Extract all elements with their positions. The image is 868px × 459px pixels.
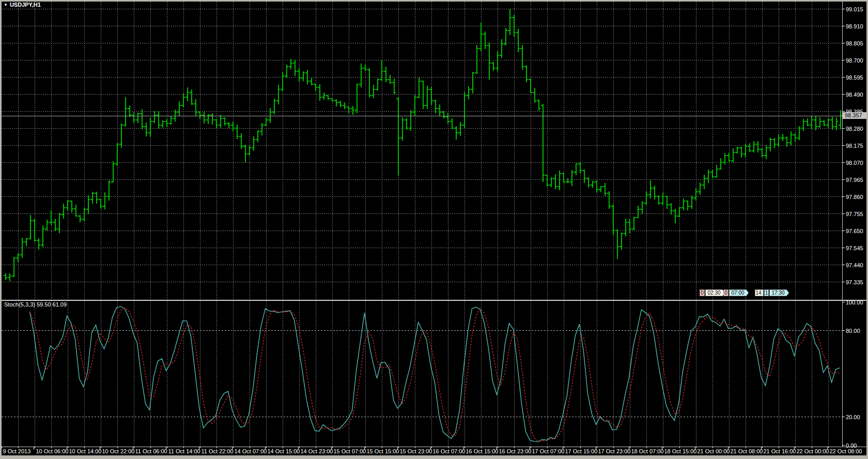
time-axis-label: 15 Oct 15:00	[367, 448, 399, 454]
indicator-value-label: Stoch(5,3,3) 59.50 61.09	[4, 301, 67, 308]
time-axis-label: 17 Oct 07:00	[532, 448, 565, 454]
price-axis-label: 97.545	[846, 245, 863, 251]
time-axis-label: 16 Oct 23:00	[499, 448, 532, 454]
price-axis-label: 98.595	[846, 74, 863, 81]
time-axis-label: 10 Oct 14:00	[69, 448, 102, 454]
time-axis-label: 11 Oct 14:00	[168, 448, 200, 454]
main-chart-surface[interactable]	[2, 2, 842, 300]
window-frame-top	[0, 0, 868, 2]
time-flag-02-30[interactable]: 02:30	[705, 289, 725, 296]
time-flag-0[interactable]: 0	[723, 289, 729, 296]
time-axis-label: 16 Oct 07:00	[433, 448, 466, 454]
time-axis-label: 14 Oct 07:00	[235, 448, 267, 454]
price-axis-label: 98.175	[846, 143, 863, 149]
time-axis-label: 22 Oct 08:00	[830, 448, 862, 454]
time-axis-label: 11 Oct 06:00	[135, 448, 167, 454]
price-axis-label: 98.490	[846, 91, 863, 98]
time-axis-label: 14 Oct 23:00	[301, 448, 333, 454]
price-axis-label: 97.965	[846, 177, 863, 183]
symbol-dropdown-icon: ▼	[4, 3, 8, 7]
price-axis-label: 98.070	[846, 160, 863, 166]
time-axis-label: 18 Oct 15:00	[664, 448, 697, 454]
window-frame-left	[0, 0, 2, 459]
time-flag-07-00[interactable]: 07:00	[729, 289, 749, 296]
mt4-chart-window: 99.01598.91098.80598.70098.59598.49098.3…	[0, 0, 868, 459]
time-axis-label: 11 Oct 22:00	[202, 448, 234, 454]
time-axis-label: 14 Oct 15:00	[268, 448, 300, 454]
time-axis-label: 21 Oct 08:00	[731, 448, 763, 454]
price-axis-label: 97.860	[846, 194, 863, 200]
indicator-axis-label: 80.00	[846, 328, 860, 334]
price-axis-label: 97.755	[846, 211, 863, 217]
time-axis-label: 21 Oct 16:00	[764, 448, 796, 454]
price-axis[interactable]: 99.01598.91098.80598.70098.59598.49098.3…	[842, 6, 863, 285]
price-axis-label: 98.280	[846, 126, 863, 132]
time-axis-label: 10 Oct 22:00	[102, 448, 135, 454]
price-axis-label: 99.015	[846, 6, 863, 12]
time-flag-17-30[interactable]: 17:30	[769, 289, 789, 296]
symbol-period-text: USDJPY,H1	[10, 2, 41, 8]
price-axis-label: 97.650	[846, 228, 863, 234]
time-axis-label: 21 Oct 00:00	[698, 448, 730, 454]
window-frame-bottom	[0, 455, 868, 459]
time-axis-label: 10 Oct 06:00	[36, 448, 69, 454]
time-axis-label: 15 Oct 07:00	[334, 448, 366, 454]
price-axis-label: 98.700	[846, 57, 863, 64]
indicator-axis[interactable]: 100.0080.0020.000.00	[842, 299, 863, 449]
time-axis-label: 17 Oct 15:00	[565, 448, 598, 454]
indicator-axis-label: 20.00	[846, 414, 860, 420]
chart-canvas: 99.01598.91098.80598.70098.59598.49098.3…	[0, 0, 868, 459]
time-axis[interactable]: 9 Oct 201310 Oct 06:0010 Oct 14:0010 Oct…	[1, 447, 862, 454]
time-axis-label: 22 Oct 00:00	[797, 448, 829, 454]
price-axis-label: 98.805	[846, 40, 863, 47]
time-axis-label: 9 Oct 2013	[3, 448, 31, 454]
price-axis-label: 97.440	[846, 262, 863, 268]
price-axis-label: 98.910	[846, 23, 863, 29]
time-axis-label: 15 Oct 23:00	[400, 448, 432, 454]
symbol-period-label[interactable]: ▼USDJPY,H1	[4, 2, 41, 8]
indicator-axis-label: 100.00	[846, 299, 863, 305]
time-flag-1[interactable]: 1	[764, 289, 769, 296]
time-axis-label: 16 Oct 15:00	[466, 448, 499, 454]
price-axis-label: 97.335	[846, 279, 863, 285]
current-price-tag: 98.357	[843, 112, 868, 119]
time-flag-0[interactable]: 0	[700, 289, 705, 296]
indicator-axis-label: 0.00	[846, 442, 857, 449]
time-axis-label: 17 Oct 23:00	[598, 448, 631, 454]
time-flag-14-[interactable]: 14:	[755, 289, 764, 296]
time-axis-label: 18 Oct 07:00	[631, 448, 664, 454]
